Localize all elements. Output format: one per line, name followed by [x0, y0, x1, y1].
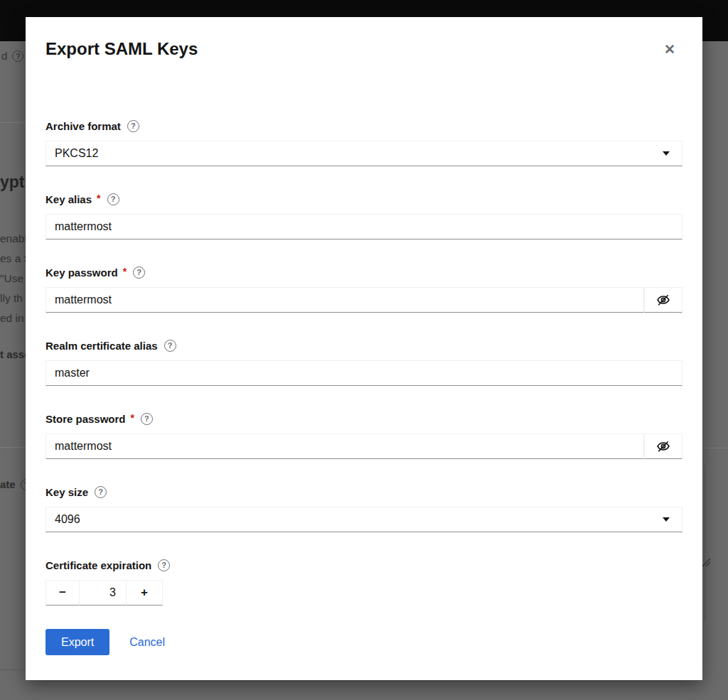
field-label: Key password [46, 266, 118, 279]
label-row: Realm certificate alias ? [46, 339, 682, 352]
field-label: Realm certificate alias [46, 340, 158, 352]
field-label: Key size [46, 486, 88, 498]
bg-text-fragment: ed in [0, 312, 24, 325]
bg-text-fragment: "Use [0, 272, 23, 285]
key-alias-input[interactable] [46, 214, 682, 239]
bg-label-text: ate [0, 478, 16, 490]
select-value: 4096 [55, 513, 80, 526]
store-password-group: Store password * ? [46, 412, 682, 459]
help-icon[interactable]: ? [127, 120, 139, 132]
help-icon[interactable]: ? [164, 340, 176, 352]
label-row: Key size ? [46, 485, 682, 498]
label-row: Archive format ? [46, 119, 682, 132]
help-icon[interactable]: ? [107, 193, 119, 205]
bg-divider [702, 448, 728, 448]
toggle-password-visibility-button[interactable] [644, 287, 682, 313]
modal-header: Export SAML Keys ✕ [46, 38, 682, 61]
archive-format-select[interactable]: PKCS12 [46, 141, 682, 166]
toggle-password-visibility-button[interactable] [644, 434, 682, 459]
help-icon[interactable]: ? [133, 266, 145, 279]
bg-divider [0, 122, 26, 123]
required-marker: * [97, 193, 100, 204]
field-label: Key alias [46, 193, 92, 205]
certificate-expiration-group: Certificate expiration ? − 3 + [46, 559, 682, 605]
key-size-group: Key size ? 4096 [46, 485, 682, 532]
field-label: Archive format [46, 120, 121, 132]
bg-text-fragment: enabl [0, 232, 27, 245]
help-icon[interactable]: ? [158, 559, 170, 571]
realm-certificate-alias-input[interactable] [46, 360, 682, 386]
eye-slash-icon [656, 439, 670, 453]
decrement-button[interactable]: − [46, 580, 80, 605]
chevron-down-icon [663, 151, 670, 156]
bg-field-label-fragment: d ? [1, 50, 23, 62]
archive-format-group: Archive format ? PKCS12 [46, 119, 682, 166]
bg-label-text: d [1, 50, 7, 62]
realm-certificate-alias-group: Realm certificate alias ? [46, 339, 682, 386]
password-input-group [46, 287, 682, 313]
export-saml-keys-modal: Export SAML Keys ✕ Archive format ? PKCS… [26, 17, 702, 680]
label-row: Store password * ? [46, 412, 682, 425]
label-row: Certificate expiration ? [46, 559, 682, 571]
increment-button[interactable]: + [127, 580, 163, 605]
bg-divider [0, 669, 26, 670]
key-size-select[interactable]: 4096 [46, 507, 682, 532]
bg-panel-edge [705, 465, 705, 620]
certificate-expiration-stepper: − 3 + [46, 580, 682, 605]
close-icon[interactable]: ✕ [658, 38, 681, 61]
certificate-expiration-value[interactable]: 3 [80, 580, 127, 605]
help-icon[interactable]: ? [95, 486, 107, 498]
label-row: Key password * ? [46, 266, 682, 279]
field-label: Store password [46, 413, 126, 425]
key-password-input[interactable] [46, 287, 644, 313]
chevron-down-icon [663, 517, 670, 522]
help-icon[interactable]: ? [141, 413, 153, 425]
password-input-group [46, 434, 682, 459]
bg-text-fragment: lly th [0, 292, 23, 305]
key-password-group: Key password * ? [46, 266, 682, 313]
help-icon: ? [12, 50, 23, 62]
eye-slash-icon [656, 293, 670, 307]
required-marker: * [123, 266, 127, 277]
label-row: Key alias * ? [46, 193, 682, 205]
cancel-button[interactable]: Cancel [129, 636, 165, 649]
modal-title: Export SAML Keys [46, 38, 198, 60]
required-marker: * [131, 412, 134, 424]
store-password-input[interactable] [46, 434, 644, 459]
select-value: PKCS12 [55, 147, 98, 160]
modal-actions: Export Cancel [46, 629, 682, 655]
field-label: Certificate expiration [46, 559, 151, 571]
resize-handle-icon [702, 558, 711, 567]
export-button[interactable]: Export [46, 629, 109, 655]
key-alias-group: Key alias * ? [46, 193, 682, 239]
bg-divider [0, 447, 26, 448]
